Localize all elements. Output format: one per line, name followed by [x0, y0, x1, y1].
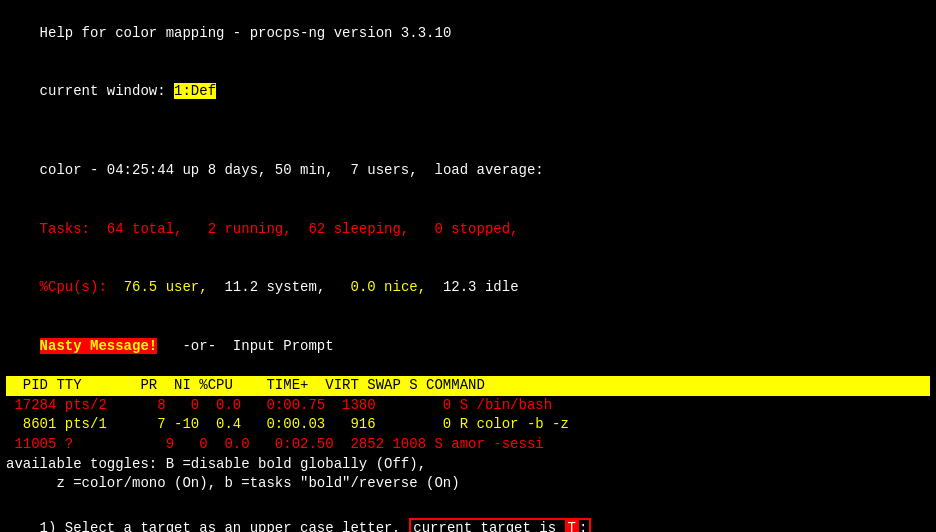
color-time-line: color - 04:25:44 up 8 days, 50 min, 7 us…: [6, 141, 930, 200]
empty-line-1: [6, 122, 930, 142]
process-row-1: 17284 pts/2 8 0 0.0 0:00.75 1380 0 S /bi…: [6, 396, 930, 416]
nasty-message: Nasty Message!: [40, 338, 158, 354]
cpu-label: %Cpu(s):: [40, 279, 116, 295]
color-time-text: color - 04:25:44 up 8 days, 50 min, 7 us…: [40, 162, 544, 178]
target-value: T: [565, 520, 579, 532]
table-header: PID TTY PR NI %CPU TIME+ VIRT SWAP S COM…: [6, 376, 930, 396]
tasks-line: Tasks: 64 total, 2 running, 62 sleeping,…: [6, 200, 930, 259]
target-box: current target is T:: [409, 518, 591, 532]
step1-pre: 1) Select a target as an upper case lett…: [40, 520, 410, 532]
tasks-text: Tasks: 64 total, 2 running, 62 sleeping,…: [40, 221, 519, 237]
toggles-line-1: available toggles: B =disable bold globa…: [6, 455, 930, 475]
window-value: 1:Def: [174, 83, 216, 99]
title-line: Help for color mapping - procps-ng versi…: [6, 4, 930, 63]
cpu-nice: 0.0 nice,: [334, 279, 435, 295]
current-target-text: current target is: [413, 520, 556, 532]
cpu-line: %Cpu(s): 76.5 user, 11.2 system, 0.0 nic…: [6, 259, 930, 318]
window-line: current window: 1:Def: [6, 63, 930, 122]
window-label: current window:: [40, 83, 166, 99]
cpu-idle: 12.3 idle: [435, 279, 519, 295]
nasty-line: Nasty Message! -or- Input Prompt: [6, 318, 930, 377]
step1-colon: :: [579, 520, 587, 532]
terminal-window: Help for color mapping - procps-ng versi…: [6, 4, 930, 532]
process-row-2: 8601 pts/1 7 -10 0.4 0:00.03 916 0 R col…: [6, 415, 930, 435]
cpu-system: 11.2 system,: [216, 279, 334, 295]
cpu-user: 76.5 user,: [115, 279, 216, 295]
or-text: -or-: [157, 338, 233, 354]
step1-line: 1) Select a target as an upper case lett…: [6, 500, 930, 532]
process-row-3: 11005 ? 9 0 0.0 0:02.50 2852 1008 S amor…: [6, 435, 930, 455]
toggles-line-2: z =color/mono (On), b =tasks "bold"/reve…: [6, 474, 930, 494]
title-text: Help for color mapping - procps-ng versi…: [40, 25, 452, 41]
input-prompt: Input Prompt: [233, 338, 334, 354]
